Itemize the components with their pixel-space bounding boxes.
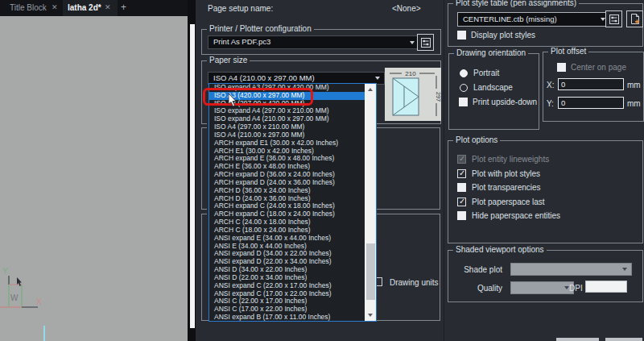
paper-size-option[interactable]: ARCH expand D (24.00 x 36.00 Inches) — [209, 179, 365, 187]
paper-size-option[interactable]: ARCH expand C (18.00 x 24.00 Inches) — [209, 210, 365, 218]
new-plot-style-button[interactable] — [626, 10, 643, 27]
paper-size-option[interactable]: ISO A4 (297.00 x 210.00 MM) — [209, 123, 365, 131]
shade-plot-dropdown — [510, 263, 632, 276]
ucs-w-label: W — [10, 293, 19, 302]
dialog-cancel-button-partial[interactable] — [605, 338, 642, 341]
scroll-up-icon[interactable] — [368, 88, 373, 91]
paper-size-option[interactable]: ARCH D (36.00 x 24.00 Inches) — [209, 187, 365, 195]
offset-y-unit: mm — [627, 99, 641, 109]
drawing-canvas[interactable]: Y X W — [0, 16, 188, 341]
plot-option-label: Plot entity lineweights — [472, 155, 549, 164]
page-setup-name-label: Page setup name: — [208, 4, 273, 14]
drawing-line-fragment — [43, 326, 45, 341]
plot-option-checkbox[interactable] — [457, 198, 466, 206]
dialog-panel-seam — [444, 0, 444, 341]
ucs-x-label: X — [36, 297, 42, 306]
shaded-viewport-group: Shaded viewport options — [448, 250, 643, 302]
chevron-down-icon — [622, 268, 627, 271]
paper-size-option[interactable]: ARCH expand D (36.00 x 24.00 Inches) — [209, 171, 365, 179]
tab-latha-2d[interactable]: latha 2d* — [68, 3, 101, 12]
print-upside-down-checkbox[interactable] — [459, 98, 468, 106]
landscape-radio[interactable] — [460, 84, 468, 92]
plot-options-group-label: Plot options — [453, 135, 500, 145]
printer-properties-button[interactable] — [417, 34, 434, 51]
paper-size-option[interactable]: ANSI expand C (17.00 x 22.00 Inches) — [209, 290, 365, 298]
drawing-units-label: Drawing units — [390, 278, 439, 288]
new-tab-button[interactable]: + — [121, 2, 126, 13]
mouse-cursor-icon — [228, 93, 237, 107]
paper-size-option[interactable]: ARCH D (24.00 x 36.00 Inches) — [209, 195, 365, 203]
plot-option-checkbox[interactable] — [457, 169, 466, 178]
page-setup-name-value: <None> — [392, 4, 421, 14]
plot-option-label: Hide paperspace entities — [472, 211, 560, 221]
paper-size-option[interactable]: ANSI expand C (22.00 x 17.00 Inches) — [209, 282, 365, 290]
paper-size-option[interactable]: ARCH C (24.00 x 18.00 Inches) — [209, 218, 365, 227]
scroll-down-icon[interactable] — [368, 314, 373, 317]
properties-icon — [421, 38, 431, 48]
paper-size-option[interactable]: ARCH expand E1 (30.00 x 42.00 Inches) — [209, 139, 365, 148]
dialog-ok-button-partial[interactable] — [556, 338, 599, 341]
vertical-scrollbar[interactable] — [190, 24, 195, 328]
center-on-page-label: Center on page — [571, 63, 626, 73]
chevron-down-icon — [410, 41, 415, 44]
paper-size-option[interactable]: ANSI expand E (34.00 x 44.00 Inches) — [209, 235, 365, 243]
quality-label: Quality — [456, 284, 502, 293]
drawing-orientation-group-label: Drawing orientation — [454, 48, 528, 58]
paper-size-option[interactable]: ARCH E1 (30.00 x 42.00 Inches) — [209, 148, 365, 156]
ucs-icon: Y X W — [0, 264, 48, 316]
close-tab-icon[interactable]: ✕ — [105, 3, 111, 11]
paper-size-listbox[interactable]: ISO expand A3 (297.00 x 420.00 MM)ISO A3… — [208, 83, 377, 322]
paper-size-option[interactable]: ANSI C (22.00 x 17.00 Inches) — [209, 297, 365, 306]
paper-size-option[interactable]: ANSI D (34.00 x 22.00 Inches) — [209, 266, 365, 274]
display-plot-styles-label: Display plot styles — [471, 31, 535, 40]
plot-option-checkbox[interactable] — [457, 183, 466, 192]
paper-size-option[interactable]: ARCH E (36.00 x 48.00 Inches) — [209, 163, 365, 171]
center-on-page-checkbox — [557, 63, 566, 72]
plot-option-checkbox[interactable] — [457, 211, 466, 220]
quality-dropdown — [510, 281, 574, 294]
offset-x-input[interactable] — [558, 78, 624, 90]
dpi-label: DPI — [569, 284, 583, 293]
tab-title-block[interactable]: Title Block — [10, 3, 47, 12]
paper-size-option[interactable]: ANSI expand D (22.00 x 34.00 Inches) — [209, 258, 365, 266]
portrait-radio[interactable] — [460, 69, 468, 77]
plot-option-label: Plot paperspace last — [472, 198, 545, 207]
portrait-label: Portrait — [473, 69, 499, 78]
close-tab-icon[interactable]: ✕ — [52, 3, 58, 11]
print-upside-down-label: Print upside-down — [473, 98, 537, 107]
plot-offset-group-label: Plot offset — [548, 47, 588, 56]
plot-style-dropdown[interactable]: CENTERLINE.ctb (missing) — [457, 12, 610, 27]
plot-options-rows: Plot entity lineweightsPlot with plot st… — [448, 152, 642, 242]
properties-icon — [609, 15, 619, 24]
offset-x-unit: mm — [627, 81, 641, 90]
paper-size-option[interactable]: ANSI expand B (17.00 x 11.00 Inches) — [209, 314, 365, 322]
paper-size-option[interactable]: ARCH expand E (36.00 x 48.00 Inches) — [209, 155, 365, 163]
preview-width-dim: 210 — [405, 70, 416, 77]
paper-size-option[interactable]: ANSI E (34.00 x 44.00 Inches) — [209, 243, 365, 251]
paper-size-option[interactable]: ISO A4 (210.00 x 297.00 MM) — [209, 131, 365, 139]
paper-size-option[interactable]: ANSI C (17.00 x 22.00 Inches) — [209, 306, 365, 314]
paper-preview: 210 297 — [385, 68, 441, 121]
paper-size-option[interactable]: ISO expand A4 (297.00 x 210.00 MM) — [209, 107, 365, 115]
preview-height-dim: 297 — [435, 92, 441, 102]
offset-y-label: Y: — [547, 99, 554, 109]
plot-option-checkbox — [457, 155, 466, 164]
printer-dropdown[interactable]: Print As PDF.pc3 — [208, 35, 420, 49]
listbox-scrollbar[interactable] — [365, 84, 376, 321]
paper-size-option[interactable]: ARCH expand C (24.00 x 18.00 Inches) — [209, 202, 365, 210]
dpi-input[interactable] — [585, 281, 627, 293]
paper-size-option[interactable]: ISO expand A4 (210.00 x 297.00 MM) — [209, 115, 365, 123]
chevron-down-icon — [375, 77, 380, 80]
paper-size-option[interactable]: ANSI D (22.00 x 34.00 Inches) — [209, 274, 365, 282]
shade-plot-label: Shade plot — [456, 265, 502, 275]
edit-plot-style-button[interactable] — [605, 10, 622, 27]
paper-size-option[interactable]: ANSI expand D (34.00 x 22.00 Inches) — [209, 250, 365, 258]
new-file-icon — [630, 14, 640, 24]
scrollbar-thumb[interactable] — [366, 243, 375, 300]
display-plot-styles-checkbox[interactable] — [457, 31, 466, 40]
printer-config-group-label: Printer / Plotter configuration — [207, 24, 314, 34]
plot-style-table-group-label: Plot style table (pen assignments) — [453, 0, 579, 8]
annotation-highlight-circle — [203, 88, 313, 106]
offset-y-input[interactable] — [558, 97, 624, 109]
paper-size-option[interactable]: ARCH C (18.00 x 24.00 Inches) — [209, 227, 365, 235]
